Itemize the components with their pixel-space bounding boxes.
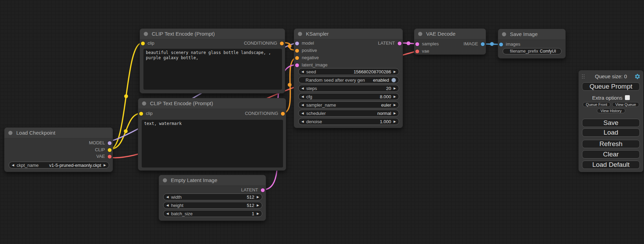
port-label: LATENT [241,187,258,192]
wire-midpoint-dot [124,129,128,133]
node-ksampler[interactable]: KSampler model positive negative latent_… [294,28,403,128]
prev-arrow-icon[interactable]: ◀ [301,103,304,107]
collapse-dot[interactable] [163,178,167,182]
view-history-button[interactable]: View History [597,108,625,113]
next-arrow-icon[interactable]: ▶ [394,87,396,90]
batch-size-widget[interactable]: ◀ batch_size 1 ▶ [163,210,262,217]
collapse-dot[interactable] [8,131,12,135]
denoise-widget[interactable]: ◀ denoise 1.000 ▶ [298,118,399,125]
clear-button[interactable]: Clear [582,150,640,159]
extra-options-checkbox[interactable] [625,95,630,100]
refresh-button[interactable]: Refresh [582,140,640,148]
clip-port-dot[interactable] [108,148,112,152]
height-widget[interactable]: ◀ height 512 ▶ [163,202,262,209]
vae-port-dot[interactable] [415,49,419,53]
next-arrow-icon[interactable]: ▶ [394,95,396,98]
next-arrow-icon[interactable]: ▶ [257,212,259,215]
ckpt-name-widget[interactable]: ◀ ckpt_name v1-5-pruned-emaonly.ckpt ▶ [9,162,109,169]
next-arrow-icon[interactable]: ▶ [257,196,259,199]
prev-arrow-icon[interactable]: ◀ [12,164,14,167]
latent-port-dot[interactable] [398,42,402,45]
model-port-dot[interactable] [295,42,299,45]
next-arrow-icon[interactable]: ▶ [394,120,396,123]
vae-port-dot[interactable] [108,155,112,159]
toggle-knob[interactable] [391,78,396,82]
node-save-image[interactable]: Save Image images filename_prefix ComfyU… [498,29,566,58]
extra-options-label: Extra options [592,95,623,101]
clip-port-dot[interactable] [139,112,143,116]
port-label: latent_image [302,62,327,67]
node-title-bar[interactable]: CLIP Text Encode (Prompt) [140,29,285,39]
node-clip-text-encode-negative[interactable]: CLIP Text Encode (Prompt) clip CONDITION… [138,98,286,171]
random-seed-toggle-widget[interactable]: Random seed after every gen enabled [298,76,399,83]
next-arrow-icon[interactable]: ▶ [394,70,396,73]
widget-value: 20 [386,86,391,91]
node-title-bar[interactable]: Empty Latent Image [159,175,266,186]
conditioning-port-dot[interactable] [280,42,284,45]
collapse-dot[interactable] [502,32,506,36]
next-arrow-icon[interactable]: ▶ [257,204,259,207]
latent-port-dot[interactable] [295,63,299,67]
prev-arrow-icon[interactable]: ◀ [166,204,169,207]
collapse-dot[interactable] [418,32,422,36]
queue-front-button[interactable]: Queue Front [583,102,610,107]
model-port-dot[interactable] [108,141,112,145]
clip-port-dot[interactable] [141,42,145,45]
input-port-clip: clip [140,40,155,46]
save-button[interactable]: Save [582,119,640,127]
prev-arrow-icon[interactable]: ◀ [301,95,304,98]
node-vae-decode[interactable]: VAE Decode samples vae IMAGE [414,28,486,55]
view-queue-button[interactable]: View Queue [612,102,639,107]
steps-widget[interactable]: ◀ steps 20 ▶ [298,85,399,92]
sampler-name-widget[interactable]: ◀ sampler_name euler ▶ [298,101,399,108]
prev-arrow-icon[interactable]: ◀ [301,70,304,73]
cfg-widget[interactable]: ◀ cfg 8.000 ▶ [298,93,399,100]
width-widget[interactable]: ◀ width 512 ▶ [163,193,262,200]
port-label: IMAGE [464,41,478,46]
latent-port-dot[interactable] [261,188,265,192]
next-arrow-icon[interactable]: ▶ [394,112,396,115]
queue-panel[interactable]: Queue size: 0 Queue Prompt Extra options… [579,70,643,172]
node-empty-latent-image[interactable]: Empty Latent Image LATENT ◀ width 512 ▶ … [159,175,266,221]
prev-arrow-icon[interactable]: ◀ [301,120,304,123]
wire-midpoint-dot [288,83,292,87]
latent-port-dot[interactable] [415,42,419,46]
next-arrow-icon[interactable]: ▶ [104,164,106,167]
port-label: positive [302,48,317,53]
negative-prompt-textarea[interactable]: text, watermark [142,120,283,168]
node-graph-canvas[interactable]: Load Checkpoint MODEL CLIP VAE ◀ ckpt_na… [0,0,644,244]
prev-arrow-icon[interactable]: ◀ [166,196,169,199]
node-title-bar[interactable]: Load Checkpoint [5,128,113,138]
port-label: VAE [96,154,105,159]
positive-prompt-textarea[interactable]: beautiful scenery nature glass bottle la… [143,49,282,90]
load-button[interactable]: Load [582,128,640,137]
prev-arrow-icon[interactable]: ◀ [166,212,169,215]
image-port-dot[interactable] [481,42,485,46]
conditioning-port-dot[interactable] [281,112,285,116]
port-label: samples [422,41,439,46]
node-title: CLIP Text Encode (Prompt) [150,100,213,106]
node-load-checkpoint[interactable]: Load Checkpoint MODEL CLIP VAE ◀ ckpt_na… [4,127,113,172]
load-default-button[interactable]: Load Default [582,161,640,169]
node-title-bar[interactable]: VAE Decode [414,29,486,39]
collapse-dot[interactable] [142,101,146,106]
prev-arrow-icon[interactable]: ◀ [301,87,304,90]
conditioning-port-dot[interactable] [295,49,299,53]
settings-gear-icon[interactable] [634,73,641,80]
scheduler-widget[interactable]: ◀ scheduler normal ▶ [298,110,399,117]
port-label: CLIP [95,147,105,152]
collapse-dot[interactable] [298,32,302,36]
node-title-bar[interactable]: Save Image [498,29,565,40]
prev-arrow-icon[interactable]: ◀ [301,112,304,115]
image-port-dot[interactable] [499,43,503,46]
filename-prefix-widget[interactable]: filename_prefix ComfyUI [503,48,562,54]
widget-label: filename_prefix [510,49,538,54]
conditioning-port-dot[interactable] [295,56,299,60]
node-title-bar[interactable]: CLIP Text Encode (Prompt) [138,98,286,109]
seed-widget[interactable]: ◀ seed 156680208700286 ▶ [298,68,399,75]
next-arrow-icon[interactable]: ▶ [394,103,396,107]
node-clip-text-encode-positive[interactable]: CLIP Text Encode (Prompt) clip CONDITION… [140,28,285,93]
node-title-bar[interactable]: KSampler [294,29,403,39]
queue-prompt-button[interactable]: Queue Prompt [582,82,640,91]
collapse-dot[interactable] [144,32,148,36]
